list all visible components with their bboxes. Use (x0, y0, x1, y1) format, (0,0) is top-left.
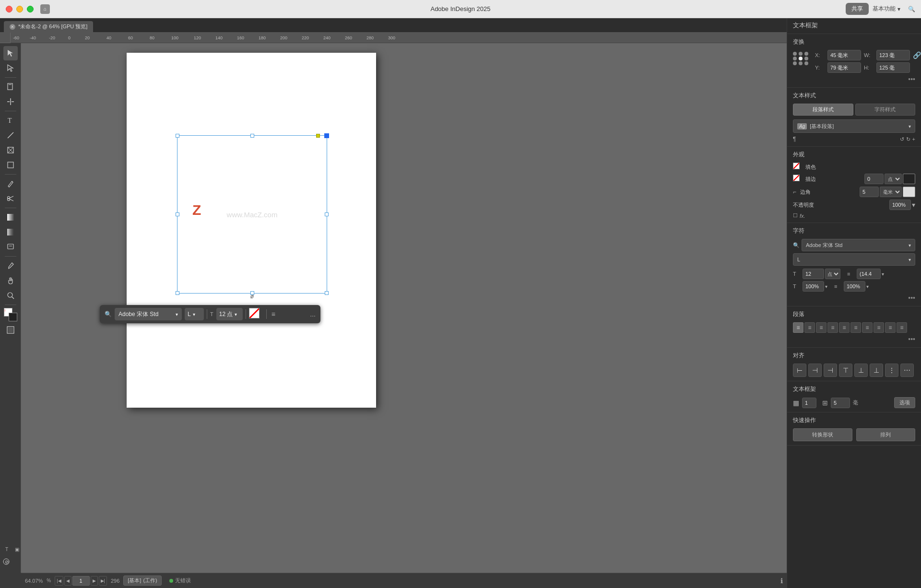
col-count-input[interactable] (802, 398, 816, 408)
para-more-dots[interactable]: ••• (908, 335, 915, 343)
opacity-arrow[interactable]: ▾ (912, 201, 915, 209)
line-tool[interactable] (3, 128, 18, 142)
fx-label[interactable]: fx. (800, 213, 805, 219)
stroke-color-swatch[interactable] (903, 174, 915, 184)
font-dropdown[interactable]: Adobe 宋体 Std ▾ (115, 308, 182, 320)
align-justify-last-center-btn[interactable]: ≡ (850, 322, 861, 333)
handle-mid-right[interactable] (325, 212, 329, 216)
align-para-btn-10[interactable]: ≡ (897, 322, 907, 333)
tab-untitled[interactable]: ✕ *未命名-2 @ 64% [GPU 预览] (4, 21, 93, 32)
ref-tl[interactable] (793, 52, 797, 56)
page-tool[interactable] (3, 80, 18, 94)
stroke-unit-select[interactable]: 点 (885, 174, 902, 184)
eyedropper-tool[interactable] (3, 259, 18, 273)
ref-ml[interactable] (793, 57, 797, 60)
char-more-dots[interactable]: ••• (908, 294, 915, 302)
stroke-icon[interactable] (793, 175, 802, 183)
handle-bottom-left[interactable] (176, 291, 179, 295)
error-icon[interactable]: ⊘ (2, 557, 16, 568)
font-size-unit[interactable]: 点 (825, 269, 840, 279)
ref-bc[interactable] (799, 61, 803, 65)
corner-unit-select[interactable]: 毫米 (880, 187, 902, 197)
ref-mc[interactable] (799, 57, 803, 60)
align-obj-bottom[interactable]: ⊥ (870, 364, 883, 377)
handle-top-right-overflow[interactable] (324, 133, 329, 138)
arrange-btn[interactable]: 排列 (856, 428, 916, 441)
align-obj-left[interactable]: ⊢ (793, 364, 806, 377)
note-tool[interactable] (3, 240, 18, 254)
align-right-btn[interactable]: ≡ (816, 322, 827, 333)
maximize-button[interactable] (27, 6, 34, 12)
para-action-1[interactable]: ↺ (900, 136, 904, 142)
master-dropdown[interactable]: [基本] (工作) (123, 576, 161, 586)
transform-more[interactable]: ••• (793, 75, 915, 83)
para-action-3[interactable]: + (912, 136, 915, 142)
frame-options-btn[interactable]: 选项 (894, 397, 915, 408)
align-obj-center-h[interactable]: ⊣ (808, 364, 822, 377)
font-style-dropdown-panel[interactable]: L ▾ (793, 253, 915, 266)
font-name-dropdown[interactable]: Adobe 宋体 Std ▾ (802, 239, 915, 251)
align-left-btn[interactable]: ≡ (793, 322, 803, 333)
ref-mr[interactable] (804, 57, 808, 60)
ctx-align-btn[interactable]: ≡ (270, 308, 277, 320)
fill-icon[interactable] (793, 163, 802, 171)
text-frame-options[interactable]: T (2, 545, 11, 553)
handle-bottom-right[interactable] (325, 291, 329, 295)
canvas-area[interactable]: Z www.MacZ.com ø 🔍 Adobe 宋体 Std ▾ L (21, 43, 787, 573)
ref-tc[interactable] (799, 52, 803, 56)
paragraph-style-dropdown[interactable]: Ag [基本段落] ▾ (793, 119, 915, 133)
ref-br[interactable] (804, 61, 808, 65)
gradient-feather-tool[interactable] (3, 225, 18, 239)
align-obj-center-v[interactable]: ⊥ (854, 364, 868, 377)
opacity-input[interactable] (889, 200, 911, 210)
hand-tool[interactable] (3, 273, 18, 288)
fx-checkbox-icon[interactable]: ☐ (793, 212, 798, 219)
first-page-btn[interactable]: |◀ (55, 576, 63, 586)
share-button[interactable]: 共享 (846, 3, 869, 15)
leading-arrow[interactable]: ▾ (882, 271, 884, 277)
x-input[interactable] (827, 50, 861, 60)
direct-selection-tool[interactable] (3, 61, 18, 75)
handle-top-center[interactable] (250, 134, 254, 138)
align-center-btn[interactable]: ≡ (804, 322, 815, 333)
frame-tool[interactable] (3, 143, 18, 157)
tracking-input[interactable] (844, 281, 865, 292)
w-input[interactable] (876, 50, 910, 60)
font-size-input[interactable] (803, 269, 824, 279)
distribute-v[interactable]: ⋯ (900, 364, 914, 377)
home-button[interactable]: ⌂ (40, 4, 50, 14)
tab-close-icon[interactable]: ✕ (10, 24, 15, 30)
rect-tool[interactable] (3, 158, 18, 172)
frame-options[interactable]: ▣ (12, 545, 21, 553)
preview-mode-tool[interactable] (3, 323, 18, 337)
char-style-btn[interactable]: 字符样式 (855, 104, 916, 116)
align-para-btn-9[interactable]: ≡ (885, 322, 896, 333)
font-size-dropdown[interactable]: 12 点 ▾ (216, 308, 243, 320)
transform-more-dots[interactable]: ••• (908, 75, 915, 83)
gap-tool[interactable] (3, 94, 18, 109)
text-flow-indicator[interactable]: ø (250, 293, 254, 300)
align-justify-all-btn[interactable]: ≡ (874, 322, 884, 333)
close-button[interactable] (6, 6, 12, 12)
y-input[interactable] (827, 62, 861, 73)
last-page-btn[interactable]: ▶| (99, 576, 107, 586)
corner-value-input[interactable] (860, 187, 879, 197)
search-icon[interactable]: 🔍 (908, 6, 915, 12)
prev-page-btn[interactable]: ◀ (64, 576, 71, 586)
page-input[interactable] (72, 576, 90, 586)
reference-point-grid[interactable] (793, 52, 809, 65)
selection-tool[interactable] (3, 46, 18, 60)
align-justify-btn[interactable]: ≡ (827, 322, 838, 333)
h-input[interactable] (876, 62, 910, 73)
color-fill-stroke[interactable]: ↕ (4, 308, 17, 321)
font-style-dropdown[interactable]: L ▾ (185, 308, 204, 320)
align-obj-right[interactable]: ⊣ (824, 364, 837, 377)
align-justify-last-right-btn[interactable]: ≡ (862, 322, 873, 333)
ctx-color-swatch[interactable] (249, 308, 263, 320)
pencil-tool[interactable] (3, 176, 18, 191)
status-info-btn[interactable]: ℹ (780, 577, 783, 585)
next-page-btn[interactable]: ▶ (91, 576, 98, 586)
handle-mid-left[interactable] (176, 212, 179, 216)
ref-tr[interactable] (804, 52, 808, 56)
handle-corner-radius[interactable] (316, 134, 320, 138)
